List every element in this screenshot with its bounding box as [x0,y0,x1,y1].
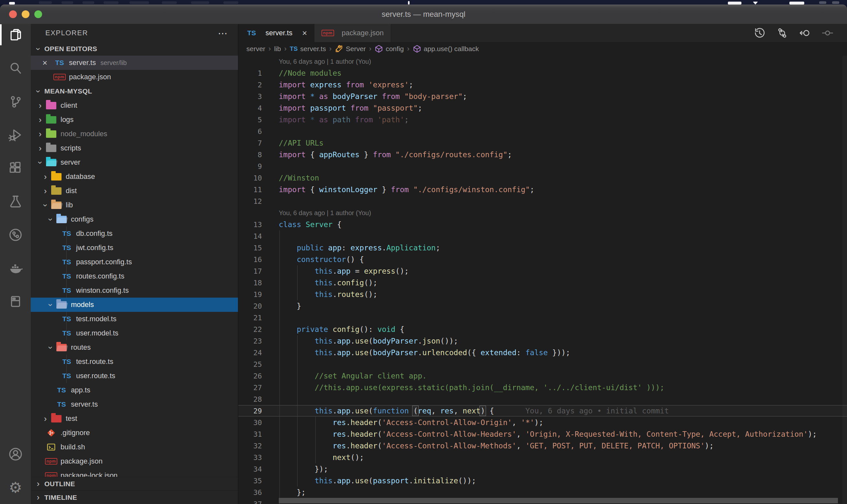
more-actions-icon[interactable]: ⋯ [218,28,228,39]
activity-accounts-account-icon[interactable] [0,437,31,471]
open-editor-package.json[interactable]: npmpackage.json [31,70,238,84]
code-line-35[interactable]: 35 this.app.use(passport.initialize()); [238,475,847,487]
code-line-33[interactable]: 33 next(); [238,452,847,463]
tree-file-jwt.config.ts[interactable]: TSjwt.config.ts [31,241,238,255]
tree-file-routes.config.ts[interactable]: TSroutes.config.ts [31,269,238,283]
code-line-2[interactable]: 2import express from 'express'; [238,79,847,91]
open-editor-server.ts[interactable]: ×TSserver.tsserver/lib [31,56,238,70]
chevron-expanded-icon[interactable]: › [46,215,56,224]
tree-file-test.model.ts[interactable]: TStest.model.ts [31,312,238,326]
code-line-14[interactable]: 14 [238,230,847,242]
tree-folder-client[interactable]: ›client [31,98,238,112]
chevron-collapsed-icon[interactable]: › [40,414,50,424]
vertical-scrollbar[interactable] [843,56,847,504]
close-window-button[interactable] [9,10,17,18]
tab-package.json[interactable]: npmpackage.json [314,24,391,42]
tree-folder-test[interactable]: ›test [31,412,238,426]
chevron-collapsed-icon[interactable]: › [35,115,45,125]
breadcrumb-item-Server[interactable]: Server [335,44,366,53]
open-editors-header[interactable]: › OPEN EDITORS [31,42,238,56]
code-line-21[interactable]: 21 [238,312,847,324]
tree-file-winston.config.ts[interactable]: TSwinston.config.ts [31,283,238,298]
gitlens-codelens[interactable]: You, 6 days ago | 1 author (You) [238,56,847,67]
code-line-28[interactable]: 28 [238,393,847,405]
tree-file-package.json[interactable]: npmpackage.json [31,454,238,468]
code-line-7[interactable]: 7//API URLs [238,137,847,149]
code-line-36[interactable]: 36 }; [238,487,847,498]
code-line-23[interactable]: 23 this.app.use(bodyParser.json()); [238,335,847,347]
tree-file-build.sh[interactable]: build.sh [31,440,238,454]
code-line-5[interactable]: 5import * as path from 'path'; [238,114,847,126]
tab-server.ts[interactable]: TSserver.ts× [238,24,314,42]
code-line-18[interactable]: 18 this.config(); [238,277,847,289]
code-line-24[interactable]: 24 this.app.use(bodyParser.urlencoded({ … [238,347,847,358]
code-line-32[interactable]: 32 res.header('Access-Control-Allow-Meth… [238,440,847,452]
chevron-expanded-icon[interactable]: › [40,200,51,210]
tree-file-server.ts[interactable]: TSserver.ts [31,397,238,412]
breadcrumb-item-config[interactable]: config [375,44,404,53]
code-line-19[interactable]: 19 this.routes(); [238,289,847,300]
code-line-4[interactable]: 4import passport from "passport"; [238,102,847,114]
tree-folder-lib[interactable]: ›lib [31,198,238,212]
code-line-22[interactable]: 22 private config(): void { [238,324,847,335]
code-line-9[interactable]: 9 [238,160,847,172]
code-line-1[interactable]: 1//Node modules [238,67,847,79]
timeline-header[interactable]: › TIMELINE [31,490,238,504]
chevron-collapsed-icon[interactable]: › [40,172,50,182]
code-line-16[interactable]: 16 constructor() { [238,254,847,265]
code-line-31[interactable]: 31 res.header('Access-Control-Allow-Head… [238,428,847,440]
tree-folder-node_modules[interactable]: ›node_modules [31,127,238,141]
code-line-27[interactable]: 27 //this.app.use(express.static(path.jo… [238,382,847,393]
activity-testing-flask-icon[interactable] [0,185,31,218]
code-line-20[interactable]: 20 } [238,300,847,312]
activity-gitlens-gitlens-icon[interactable] [0,218,31,251]
code-line-30[interactable]: 30 res.header('Access-Control-Allow-Orig… [238,417,847,428]
code-line-10[interactable]: 10//Winston [238,172,847,184]
close-tab-icon[interactable]: × [302,28,307,38]
code-line-29[interactable]: 29 this.app.use(function (req, res, next… [238,405,847,417]
tree-folder-routes[interactable]: ›routes [31,340,238,355]
activity-docker-docker-icon[interactable] [0,251,31,285]
close-editor-icon[interactable]: × [42,58,53,68]
code-line-25[interactable]: 25 [238,358,847,370]
breadcrumb-item-lib[interactable]: lib [274,45,281,53]
tree-folder-models[interactable]: ›models [31,298,238,312]
compare-changes-icon[interactable] [776,27,788,39]
tree-file-.gitignore[interactable]: .gitignore [31,426,238,440]
activity-source-control-source-control-icon[interactable] [0,85,31,118]
file-history-icon[interactable] [754,27,765,39]
tree-folder-configs[interactable]: ›configs [31,212,238,227]
tree-folder-logs[interactable]: ›logs [31,112,238,127]
workspace-header[interactable]: › MEAN-MYSQL [31,84,238,98]
breadcrumb-item-server.ts[interactable]: TSserver.ts [290,45,326,53]
code-line-12[interactable]: 12 [238,195,847,207]
chevron-collapsed-icon[interactable]: › [35,129,45,139]
code-line-3[interactable]: 3import * as bodyParser from "body-parse… [238,91,847,102]
activity-search-search-icon[interactable] [0,51,31,85]
code-line-8[interactable]: 8import { appRoutes } from "./configs/ro… [238,149,847,160]
zoom-window-button[interactable] [34,10,42,18]
chevron-expanded-icon[interactable]: › [35,158,45,167]
activity-extensions-extensions-icon[interactable] [0,151,31,185]
tree-file-passport.config.ts[interactable]: TSpassport.config.ts [31,255,238,269]
commit-graph-icon[interactable] [822,27,833,39]
code-line-34[interactable]: 34 }); [238,463,847,475]
activity-settings-gear-icon[interactable]: ⚙ [0,471,31,504]
tree-folder-database[interactable]: ›database [31,169,238,184]
chevron-collapsed-icon[interactable]: › [35,101,45,111]
chevron-expanded-icon[interactable]: › [46,343,56,352]
code-line-13[interactable]: 13class Server { [238,219,847,230]
activity-database-database-icon[interactable] [0,285,31,318]
tree-file-user.route.ts[interactable]: TSuser.route.ts [31,369,238,383]
code-line-17[interactable]: 17 this.app = express(); [238,265,847,277]
tree-file-user.model.ts[interactable]: TSuser.model.ts [31,326,238,340]
code-line-15[interactable]: 15 public app: express.Application; [238,242,847,254]
chevron-collapsed-icon[interactable]: › [40,186,50,196]
breadcrumb-item-app.use() callback[interactable]: app.use() callback [413,44,479,53]
code-line-26[interactable]: 26 //set Angular client app. [238,370,847,382]
open-changes-icon[interactable] [799,27,811,39]
tree-file-test.route.ts[interactable]: TStest.route.ts [31,355,238,369]
gitlens-codelens[interactable]: You, 6 days ago | 1 author (You) [238,207,847,219]
tree-folder-dist[interactable]: ›dist [31,184,238,198]
breadcrumb-item-server[interactable]: server [246,45,265,53]
